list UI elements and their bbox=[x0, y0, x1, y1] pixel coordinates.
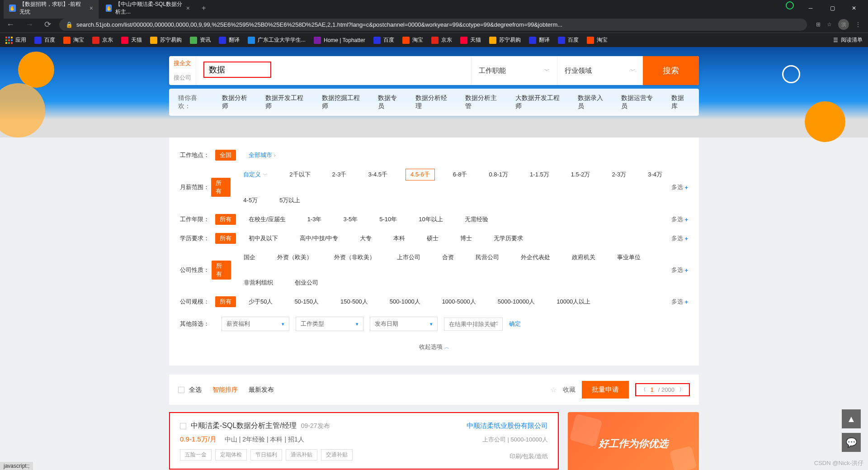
suggest-link[interactable]: 数据分析经理 bbox=[415, 94, 453, 110]
filter-option[interactable]: 无学历要求 bbox=[490, 233, 527, 244]
apps-shortcut[interactable]: 应用 bbox=[5, 36, 26, 44]
browser-tab-1[interactable]: ✋ 【数据招聘，求职】-前程无忧 × bbox=[4, 0, 99, 19]
filter-salary-custom[interactable]: 自定义﹀ bbox=[240, 169, 271, 180]
reload-button[interactable]: ⟳ bbox=[42, 18, 54, 31]
filter-tag-all[interactable]: 所有 bbox=[211, 178, 231, 197]
filter-option[interactable]: 5000-10000人 bbox=[494, 296, 538, 307]
filter-option[interactable]: 非营利组织 bbox=[240, 277, 277, 288]
close-window-button[interactable]: ✕ bbox=[844, 1, 864, 15]
filter-option[interactable]: 3-4万 bbox=[644, 169, 666, 180]
filter-option[interactable]: 1-1.5万 bbox=[526, 169, 553, 180]
filter-option[interactable]: 3-4.5千 bbox=[364, 169, 391, 180]
multi-select-button[interactable]: 多选+ bbox=[671, 298, 688, 306]
search-keyword-input[interactable] bbox=[203, 62, 271, 78]
translate-icon[interactable]: ⊞ bbox=[816, 21, 821, 28]
suggest-link[interactable]: 大数据开发工程师 bbox=[515, 94, 565, 110]
bookmark-taobao2[interactable]: 淘宝 bbox=[402, 36, 423, 44]
suggest-link[interactable]: 数据分析师 bbox=[222, 94, 253, 110]
filter-option[interactable]: 1.5-2万 bbox=[567, 169, 594, 180]
filter-option[interactable]: 高中/中技/中专 bbox=[296, 233, 342, 244]
bookmark-taobao3[interactable]: 淘宝 bbox=[587, 36, 608, 44]
filter-option[interactable]: 创业公司 bbox=[291, 277, 322, 288]
forward-button[interactable]: → bbox=[23, 18, 36, 31]
filter-option[interactable]: 1000-5000人 bbox=[439, 296, 480, 307]
filter-tag-all[interactable]: 全国 bbox=[215, 150, 236, 161]
filter-option[interactable]: 本科 bbox=[390, 233, 409, 244]
filter-option[interactable]: 500-1000人 bbox=[386, 296, 424, 307]
tab-search-company[interactable]: 搜公司 bbox=[169, 71, 196, 85]
profile-avatar[interactable]: 洪 bbox=[838, 19, 849, 30]
bookmark-fanyi2[interactable]: 翻译 bbox=[529, 36, 550, 44]
menu-icon[interactable]: ⋮ bbox=[855, 21, 861, 28]
suggest-link[interactable]: 数据分析主管 bbox=[465, 94, 502, 110]
minimize-button[interactable]: ─ bbox=[800, 1, 821, 15]
filter-option[interactable]: 大专 bbox=[356, 233, 375, 244]
url-input[interactable]: 🔒 search.51job.com/list/000000,000000,00… bbox=[59, 19, 807, 31]
multi-select-button[interactable]: 多选+ bbox=[671, 234, 688, 242]
filter-option[interactable]: 5万以上 bbox=[276, 195, 304, 206]
feedback-button[interactable]: 💬 bbox=[842, 433, 861, 452]
collapse-filters-button[interactable]: 收起选项︿ bbox=[180, 337, 688, 357]
filter-option[interactable]: 无需经验 bbox=[461, 214, 492, 225]
filter-option[interactable]: 150-500人 bbox=[337, 296, 372, 307]
next-page-button[interactable]: 〉 bbox=[679, 386, 684, 394]
suggest-link[interactable]: 数据库 bbox=[671, 94, 690, 110]
suggest-link[interactable]: 数据开发工程师 bbox=[265, 94, 309, 110]
filter-option[interactable]: 在校生/应届生 bbox=[245, 214, 289, 225]
filter-option[interactable]: 2-3千 bbox=[329, 169, 350, 180]
bookmark-taobao[interactable]: 淘宝 bbox=[63, 36, 84, 44]
suggest-link[interactable]: 数据专员 bbox=[378, 94, 403, 110]
filter-option[interactable]: 1-3年 bbox=[304, 214, 326, 225]
filter-option-highlighted[interactable]: 4.5-6千 bbox=[406, 169, 435, 180]
suggest-link[interactable]: 数据运营专员 bbox=[621, 94, 658, 110]
filter-tag-all[interactable]: 所有 bbox=[215, 296, 236, 307]
bookmark-zixun[interactable]: 资讯 bbox=[190, 36, 211, 44]
maximize-button[interactable]: ▢ bbox=[822, 1, 843, 15]
industry-dropdown[interactable]: 行业领域﹀ bbox=[557, 56, 643, 85]
exclude-keyword-input[interactable] bbox=[444, 318, 503, 331]
bookmark-tmall[interactable]: 天猫 bbox=[121, 36, 142, 44]
filter-option[interactable]: 外资（非欧美） bbox=[330, 252, 379, 263]
bookmark-fanyi[interactable]: 翻译 bbox=[219, 36, 240, 44]
browser-tab-2[interactable]: ✋ 【中山中顺洁柔-SQL数据分析主... × bbox=[100, 0, 195, 19]
sort-smart[interactable]: 智能排序 bbox=[212, 386, 238, 394]
close-icon[interactable]: × bbox=[186, 5, 190, 12]
job-card[interactable]: 中顺洁柔-SQL数据分析主管/经理 09-27发布 中顺洁柔纸业股份有限公司 0… bbox=[169, 412, 559, 470]
filter-option[interactable]: 2千以下 bbox=[286, 169, 314, 180]
prev-page-button[interactable]: 〈 bbox=[641, 386, 646, 394]
favorite-button[interactable]: 收藏 bbox=[563, 386, 576, 394]
filter-tag-all[interactable]: 所有 bbox=[215, 214, 236, 225]
bookmark-baidu3[interactable]: 百度 bbox=[558, 36, 579, 44]
multi-select-button[interactable]: 多选+ bbox=[671, 183, 688, 191]
back-button[interactable]: ← bbox=[4, 18, 17, 31]
scroll-top-button[interactable]: ▲ bbox=[842, 409, 861, 428]
bookmark-suning2[interactable]: 苏宁易购 bbox=[489, 36, 521, 44]
suggest-link[interactable]: 数据录入员 bbox=[578, 94, 609, 110]
reading-list-button[interactable]: ☰阅读清单 bbox=[833, 36, 863, 44]
batch-apply-button[interactable]: 批量申请 bbox=[582, 381, 629, 399]
worktype-dropdown[interactable]: 工作类型▾ bbox=[296, 317, 363, 331]
filter-option[interactable]: 初中及以下 bbox=[245, 233, 282, 244]
welfare-dropdown[interactable]: 薪资福利▾ bbox=[222, 317, 289, 331]
job-function-dropdown[interactable]: 工作职能﹀ bbox=[471, 56, 557, 85]
suggest-link[interactable]: 数据挖掘工程师 bbox=[322, 94, 365, 110]
bookmark-gdut[interactable]: 广东工业大学学生... bbox=[248, 36, 306, 44]
bookmark-tmall2[interactable]: 天猫 bbox=[460, 36, 481, 44]
bookmark-baidu[interactable]: 百度 bbox=[34, 36, 55, 44]
filter-option[interactable]: 3-5年 bbox=[340, 214, 361, 225]
job-checkbox[interactable] bbox=[180, 423, 186, 429]
side-advertisement[interactable]: 好工作为你优选 bbox=[568, 412, 699, 470]
multi-select-button[interactable]: 多选+ bbox=[671, 215, 688, 223]
filter-option[interactable]: 10000人以上 bbox=[553, 296, 594, 307]
filter-option[interactable]: 民营公司 bbox=[472, 252, 503, 263]
filter-option[interactable]: 4-5万 bbox=[240, 195, 261, 206]
filter-option[interactable]: 2-3万 bbox=[608, 169, 630, 180]
new-tab-button[interactable]: + bbox=[197, 4, 210, 12]
filter-option[interactable]: 合资 bbox=[439, 252, 458, 263]
filter-option[interactable]: 10年以上 bbox=[415, 214, 446, 225]
filter-option[interactable]: 事业单位 bbox=[613, 252, 644, 263]
filter-option[interactable]: 外资（欧美） bbox=[274, 252, 316, 263]
filter-option[interactable]: 5-10年 bbox=[376, 214, 401, 225]
multi-select-button[interactable]: 多选+ bbox=[671, 266, 688, 274]
bookmark-baidu2[interactable]: 百度 bbox=[373, 36, 394, 44]
